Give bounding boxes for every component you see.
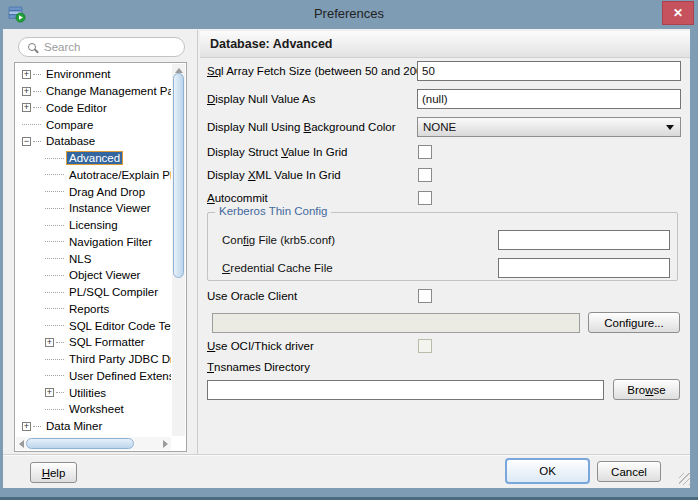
tree-connector	[45, 225, 64, 226]
expand-icon[interactable]: +	[45, 388, 54, 397]
tree-item-user-defined-extensions[interactable]: User Defined Extensions	[16, 368, 171, 385]
tree-item-database[interactable]: −Database	[16, 133, 171, 150]
tree-connector	[45, 241, 64, 242]
close-button[interactable]: ✕	[662, 1, 694, 25]
credential-cache-label: Credential Cache File	[222, 258, 333, 278]
tree-item-sql-editor-code-templates[interactable]: SQL Editor Code Templates	[16, 317, 171, 334]
ok-button[interactable]: OK	[505, 458, 590, 484]
tree-item-worksheet[interactable]: Worksheet	[16, 401, 171, 418]
preferences-dialog: Preferences ✕ Search +Environment+Change…	[0, 0, 698, 500]
scroll-left-icon[interactable]	[19, 440, 24, 448]
use-oracle-client-checkbox[interactable]	[418, 289, 432, 303]
tree-connector	[33, 107, 41, 108]
tree-item-drag-and-drop[interactable]: Drag And Drop	[16, 183, 171, 200]
display-null-value-label: Display Null Value As	[207, 89, 315, 109]
tree-item-label[interactable]: User Defined Extensions	[66, 369, 171, 383]
tree-connector	[33, 74, 41, 75]
tree-item-label[interactable]: Change Management Parameters	[43, 84, 171, 98]
tree-item-utilities[interactable]: +Utilities	[16, 384, 171, 401]
tree-item-advanced[interactable]: Advanced	[16, 150, 171, 167]
tree-horizontal-scrollbar[interactable]	[16, 437, 171, 450]
tree-item-label[interactable]: Worksheet	[66, 402, 127, 416]
resize-grip[interactable]	[679, 473, 691, 485]
tree-item-label[interactable]: Reports	[66, 302, 112, 316]
tree-item-label[interactable]: Object Viewer	[66, 268, 143, 282]
expand-icon[interactable]: +	[22, 87, 31, 96]
tree-item-compare[interactable]: Compare	[16, 116, 171, 133]
tnsnames-directory-input[interactable]	[207, 380, 604, 400]
display-xml-checkbox[interactable]	[418, 168, 432, 182]
tree-item-label[interactable]: Advanced	[66, 151, 123, 165]
tree-item-sql-formatter[interactable]: +SQL Formatter	[16, 334, 171, 351]
tree-item-label[interactable]: Data Miner	[43, 419, 105, 433]
credential-cache-input[interactable]	[498, 258, 670, 278]
tree-connector	[33, 141, 41, 142]
autocommit-checkbox[interactable]	[418, 191, 432, 205]
tree-item-label[interactable]: SQL Formatter	[66, 335, 148, 349]
tree-item-third-party-jdbc-drivers[interactable]: Third Party JDBC Drivers	[16, 351, 171, 368]
tree-item-label[interactable]: Drag And Drop	[66, 185, 148, 199]
tree-connector	[45, 359, 64, 360]
sql-array-fetch-size-input[interactable]: 50	[417, 61, 681, 81]
expand-icon[interactable]: +	[45, 338, 54, 347]
tree-item-change-management-parameters[interactable]: +Change Management Parameters	[16, 83, 171, 100]
tree-item-label[interactable]: SQL Editor Code Templates	[66, 319, 171, 333]
display-struct-checkbox[interactable]	[418, 145, 432, 159]
tree-connector	[45, 409, 64, 410]
config-file-label: Config File (krb5.conf)	[222, 230, 335, 250]
expand-icon[interactable]: +	[22, 103, 31, 112]
tree-item-data-miner[interactable]: +Data Miner	[16, 418, 171, 435]
scroll-right-icon[interactable]	[163, 440, 168, 448]
tree-item-label[interactable]: Database	[43, 134, 98, 148]
display-null-value-input[interactable]: (null)	[417, 89, 681, 109]
browse-button[interactable]: Browse	[613, 379, 680, 400]
tree-item-instance-viewer[interactable]: Instance Viewer	[16, 200, 171, 217]
cancel-button[interactable]: Cancel	[597, 461, 661, 482]
dialog-content: Search +Environment+Change Management Pa…	[3, 29, 690, 488]
tree-connector	[45, 191, 64, 192]
tree-item-label[interactable]: Compare	[43, 118, 96, 132]
expand-icon[interactable]: +	[22, 70, 31, 79]
kerberos-group-title: Kerberos Thin Config	[215, 205, 331, 217]
null-background-color-select[interactable]: NONE	[417, 117, 681, 137]
tree-item-label[interactable]: Navigation Filter	[66, 235, 155, 249]
tree-connector	[45, 325, 64, 326]
tree-item-pl-sql-compiler[interactable]: PL/SQL Compiler	[16, 284, 171, 301]
titlebar[interactable]: Preferences ✕	[0, 0, 698, 29]
sql-array-fetch-size-label: Sql Array Fetch Size (between 50 and 200…	[207, 61, 426, 81]
configure-button[interactable]: Configure...	[588, 312, 680, 333]
footer-divider	[3, 454, 690, 455]
tree-vertical-scrollbar[interactable]	[172, 64, 185, 436]
tree-item-object-viewer[interactable]: Object Viewer	[16, 267, 171, 284]
config-file-input[interactable]	[498, 230, 670, 250]
tree-item-navigation-filter[interactable]: Navigation Filter	[16, 234, 171, 251]
use-oracle-client-label: Use Oracle Client	[207, 286, 297, 306]
tree-connector	[45, 292, 64, 293]
tree-item-label[interactable]: Code Editor	[43, 101, 110, 115]
tree-item-label[interactable]: Environment	[43, 67, 114, 81]
vertical-scroll-thumb[interactable]	[173, 73, 184, 278]
tree-item-label[interactable]: Instance Viewer	[66, 201, 154, 215]
tree-item-label[interactable]: Utilities	[66, 386, 109, 400]
oracle-client-path-input	[212, 313, 580, 333]
tree-item-label[interactable]: NLS	[66, 252, 94, 266]
tree-item-environment[interactable]: +Environment	[16, 66, 171, 83]
tree-item-autotrace-explain-plan[interactable]: Autotrace/Explain Plan	[16, 167, 171, 184]
display-struct-label: Display Struct Value In Grid	[207, 142, 347, 162]
collapse-icon[interactable]: −	[22, 137, 31, 146]
tree-connector	[45, 158, 64, 159]
tree-item-label[interactable]: Third Party JDBC Drivers	[66, 352, 171, 366]
tree-item-label[interactable]: Licensing	[66, 218, 121, 232]
tree-item-nls[interactable]: NLS	[16, 250, 171, 267]
search-input[interactable]: Search	[18, 37, 185, 57]
tree-item-label[interactable]: Autotrace/Explain Plan	[66, 168, 171, 182]
horizontal-scroll-thumb[interactable]	[26, 438, 134, 449]
tree-connector	[56, 392, 64, 393]
tree-item-code-editor[interactable]: +Code Editor	[16, 100, 171, 117]
help-button[interactable]: Help	[30, 462, 77, 483]
expand-icon[interactable]: +	[22, 422, 31, 431]
tree-item-reports[interactable]: Reports	[16, 301, 171, 318]
tree-item-licensing[interactable]: Licensing	[16, 217, 171, 234]
tree-connector	[45, 375, 64, 376]
tree-item-label[interactable]: PL/SQL Compiler	[66, 285, 161, 299]
